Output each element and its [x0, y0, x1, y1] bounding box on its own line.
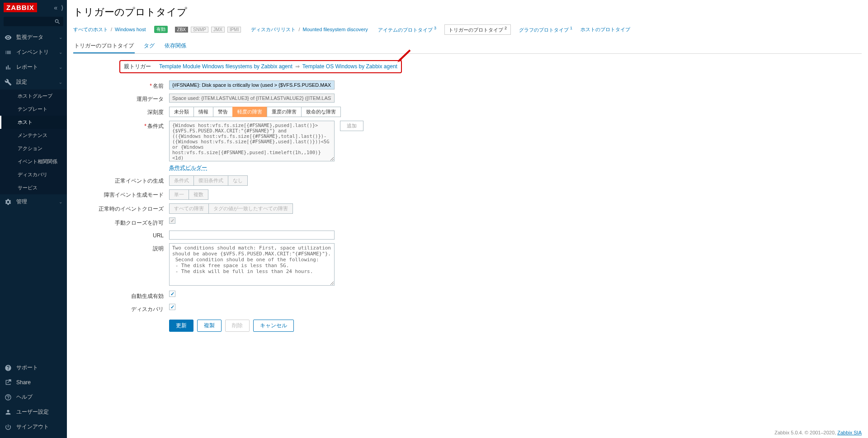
action-buttons: 更新 複製 削除 キャンセル [169, 320, 507, 332]
discovery-checkbox[interactable] [169, 304, 175, 310]
ok-close-group: すべての障害 タグの値が一致したすべての障害 [169, 203, 293, 214]
ok-close-all[interactable]: すべての障害 [169, 203, 209, 214]
expression-builder-link[interactable]: 条件式ビルダー [169, 165, 207, 171]
crumb-graph-proto[interactable]: グラフのプロトタイプ [519, 27, 569, 33]
label-op-data: 運用データ [73, 94, 169, 103]
label-manual-close: 手動クローズを許可 [73, 217, 169, 227]
parent-link-2[interactable]: Template OS Windows by Zabbix agent [302, 63, 397, 70]
label-auto-enable: 自動生成有効 [73, 291, 169, 300]
nav-support[interactable]: サポート [0, 360, 67, 375]
severity-group: 未分類 情報 警告 軽度の障害 重度の障害 致命的な障害 [169, 107, 341, 117]
label-url: URL [73, 231, 169, 239]
nav-label: 管理 [16, 198, 27, 206]
label-severity: 深刻度 [73, 107, 169, 116]
footer-link[interactable]: Zabbix SIA [837, 430, 862, 435]
clone-button[interactable]: 複製 [197, 320, 222, 332]
chevron-down-icon: ⌄ [59, 35, 62, 40]
tab-trigger-proto[interactable]: トリガーのプロトタイプ [73, 39, 135, 53]
tab-tags[interactable]: タグ [143, 39, 156, 53]
search-input[interactable] [6, 18, 54, 25]
list-icon [5, 49, 12, 56]
chevron-down-icon: ⌄ [59, 199, 62, 204]
sev-high[interactable]: 重度の障害 [267, 107, 302, 117]
ok-event-none[interactable]: なし [228, 175, 248, 186]
ok-event-expr[interactable]: 条件式 [169, 175, 194, 186]
crumb-item-proto[interactable]: アイテムのプロトタイプ [378, 27, 433, 33]
user-icon [5, 409, 12, 416]
nav-share[interactable]: Share [0, 375, 67, 390]
badge-zbx: ZBX [175, 27, 188, 33]
op-data-input[interactable] [169, 94, 335, 103]
nav-label: Share [16, 379, 31, 386]
annotation-arrow-icon [396, 47, 415, 64]
wrench-icon [5, 79, 12, 86]
hide-sidebar-icon[interactable]: ⟩ [61, 4, 63, 11]
ok-close-tag[interactable]: タグの値が一致したすべての障害 [208, 203, 293, 214]
sub-discovery[interactable]: ディスカバリ [0, 168, 67, 181]
search-icon[interactable] [54, 19, 61, 25]
breadcrumb: すべてのホスト / Windows host 有効 ZBX SNMP JMX I… [73, 24, 862, 35]
chevron-down-icon: ⌄ [59, 65, 62, 70]
sev-info[interactable]: 情報 [193, 107, 213, 117]
sub-maintenance[interactable]: メンテナンス [0, 129, 67, 142]
description-textarea[interactable]: Two conditions should match: First, spac… [169, 243, 335, 286]
url-input[interactable] [169, 231, 335, 240]
problem-mode-multi[interactable]: 複数 [189, 189, 208, 200]
crumb-trigger-proto-active: トリガーのプロトタイプ 2 [444, 24, 511, 35]
problem-mode-single[interactable]: 単一 [169, 189, 189, 200]
nav-admin[interactable]: 管理 ⌄ [0, 194, 67, 209]
chevron-up-icon: ⌃ [59, 80, 62, 85]
ok-event-recovery[interactable]: 復旧条件式 [193, 175, 228, 186]
cancel-button[interactable]: キャンセル [253, 320, 294, 332]
expression-textarea[interactable]: {Windows host:vfs.fs.size[{#FSNAME},puse… [169, 121, 335, 161]
nav-monitoring[interactable]: 監視データ ⌄ [0, 30, 67, 45]
tab-depends[interactable]: 依存関係 [164, 39, 187, 53]
sev-none[interactable]: 未分類 [169, 107, 194, 117]
auto-enable-checkbox[interactable] [169, 291, 175, 297]
badge-enabled: 有効 [154, 26, 168, 33]
crumb-discovery-rule[interactable]: Mounted filesystem discovery [303, 27, 368, 32]
crumb-discovery-list[interactable]: ディスカバリリスト [251, 26, 296, 33]
nav-inventory[interactable]: インベントリ ⌄ [0, 45, 67, 60]
sev-disaster[interactable]: 致命的な障害 [301, 107, 341, 117]
label-ok-event: 正常イベントの生成 [73, 175, 169, 185]
logo[interactable]: ZABBIX [4, 3, 37, 12]
required-mark: * [144, 123, 146, 129]
sub-services[interactable]: サービス [0, 181, 67, 194]
sidebar: ZABBIX « ⟩ 監視データ ⌄ インベントリ ⌄ レポート [0, 0, 67, 438]
nav-user-settings[interactable]: ユーザー設定 [0, 405, 67, 419]
manual-close-checkbox[interactable] [169, 217, 175, 224]
label-ok-close: 正常時のイベントクローズ [73, 203, 169, 213]
crumb-all-hosts[interactable]: すべてのホスト [73, 26, 108, 33]
nav-label: レポート [16, 63, 38, 71]
sev-warn[interactable]: 警告 [213, 107, 233, 117]
parent-link-1[interactable]: Template Module Windows filesystems by Z… [159, 63, 292, 70]
nav-reports[interactable]: レポート ⌄ [0, 60, 67, 75]
label-description: 説明 [73, 243, 169, 253]
sub-hosts[interactable]: ホスト [0, 116, 67, 129]
nav-config[interactable]: 設定 ⌃ [0, 75, 67, 89]
nav-help[interactable]: ヘルプ [0, 390, 67, 405]
sev-avg[interactable]: 軽度の障害 [232, 107, 267, 117]
add-expression-button[interactable]: 追加 [340, 121, 363, 131]
count: 2 [505, 26, 507, 30]
update-button[interactable]: 更新 [169, 320, 193, 332]
nav-logout[interactable]: サインアウト [0, 419, 67, 434]
sub-correlation[interactable]: イベント相関関係 [0, 155, 67, 168]
sub-hostgroups[interactable]: ホストグループ [0, 89, 67, 103]
page-title: トリガーのプロトタイプ [73, 5, 862, 19]
crumb-host-proto[interactable]: ホストのプロトタイプ [580, 26, 630, 33]
label-discovery: ディスカバリ [73, 304, 169, 313]
footer: Zabbix 5.0.4. © 2001–2020, Zabbix SIA [774, 430, 862, 435]
count: 1 [570, 26, 572, 30]
logout-icon [5, 424, 12, 431]
chart-icon [5, 64, 12, 71]
sub-actions[interactable]: アクション [0, 142, 67, 155]
gear-icon [5, 198, 12, 206]
collapse-sidebar-icon[interactable]: « [54, 4, 57, 11]
nav-label: ヘルプ [16, 393, 33, 401]
crumb-host[interactable]: Windows host [115, 27, 146, 32]
sub-templates[interactable]: テンプレート [0, 103, 67, 116]
name-input[interactable] [169, 80, 335, 89]
footer-version: Zabbix 5.0.4. © 2001–2020, [774, 430, 837, 435]
